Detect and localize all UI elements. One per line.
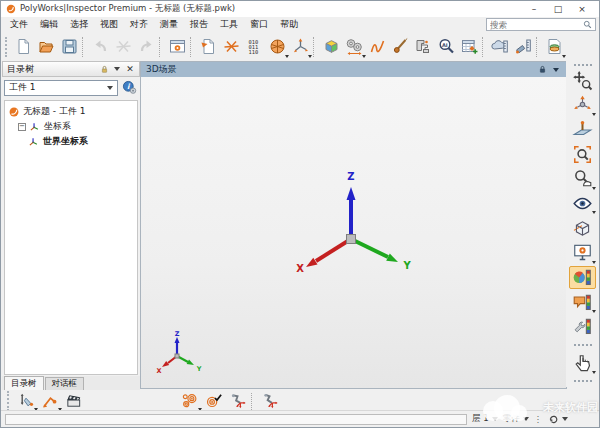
- dropdown-arrow-icon[interactable]: [592, 261, 596, 264]
- dropdown-arrow-icon[interactable]: [592, 310, 596, 313]
- bounding-box-button[interactable]: [320, 34, 343, 59]
- probe-angle-button[interactable]: [38, 391, 62, 412]
- maximize-button[interactable]: □: [546, 2, 570, 17]
- toolbar-drag-handle[interactable]: [7, 391, 12, 411]
- origin-cube: [347, 235, 356, 244]
- close-button[interactable]: ×: [570, 2, 594, 17]
- workspace-options-button[interactable]: [166, 34, 189, 59]
- part-select[interactable]: 零件: [503, 413, 529, 425]
- refresh-button[interactable]: [548, 414, 568, 425]
- tree-row[interactable]: 无标题 - 工件 1: [5, 104, 137, 119]
- tree-row[interactable]: −坐标系: [5, 119, 137, 134]
- menu-1[interactable]: 文件: [4, 17, 34, 32]
- tree-item-label: 无标题 - 工件 1: [23, 105, 86, 118]
- menu-6[interactable]: 测量: [154, 17, 184, 32]
- toolbar-drag-handle[interactable]: [574, 64, 592, 66]
- axis-probe-button[interactable]: [289, 34, 312, 59]
- dropdown-arrow-icon[interactable]: [592, 371, 596, 374]
- target-check-button[interactable]: [202, 391, 226, 412]
- toolbar-drag-handle[interactable]: [5, 37, 10, 57]
- panel-close-icon[interactable]: ✕: [125, 64, 135, 74]
- numeric-readout-icon: 010011110: [245, 37, 264, 56]
- toolbar-separator: [574, 344, 592, 351]
- arm-axes-2-button[interactable]: [258, 391, 282, 412]
- display-options-button[interactable]: [569, 241, 596, 265]
- probe-plane-button[interactable]: [569, 118, 596, 142]
- clipping-cube-icon: [572, 218, 593, 239]
- workpiece-select[interactable]: 工件 1: [4, 80, 118, 96]
- target-gears-button[interactable]: [178, 391, 202, 412]
- info-gear-icon: i: [122, 80, 137, 95]
- pan-zoom-rotate-button[interactable]: [569, 69, 596, 93]
- sequence-clapper-button[interactable]: [62, 391, 86, 412]
- pin-lock-icon[interactable]: [99, 64, 109, 74]
- gauge-discs-button[interactable]: [343, 34, 366, 59]
- probe-pin-icon: [17, 392, 35, 410]
- table-add-button[interactable]: [458, 34, 481, 59]
- menu-8[interactable]: 工具: [214, 17, 244, 32]
- menu-2[interactable]: 编辑: [34, 17, 64, 32]
- open-file-button[interactable]: [35, 34, 58, 59]
- dropdown-arrow-icon[interactable]: [592, 187, 596, 190]
- dropdown-arrow-icon[interactable]: [308, 55, 312, 58]
- curve-comparison-button[interactable]: [366, 34, 389, 59]
- dropdown-arrow-icon[interactable]: [562, 55, 566, 58]
- tree-item-label: 世界坐标系: [43, 135, 88, 148]
- colormap-sphere-button[interactable]: [569, 266, 596, 290]
- zoom-frame-button[interactable]: [569, 142, 596, 166]
- rotate-center-button[interactable]: [569, 93, 596, 117]
- dropdown-arrow-icon[interactable]: [592, 113, 596, 116]
- surface-sphere-button[interactable]: [266, 34, 289, 59]
- colormap-wrench-button[interactable]: [569, 315, 596, 339]
- status-overflow-icon[interactable]: ⋮: [534, 415, 543, 424]
- panel-menu-chevron-down-icon[interactable]: [112, 64, 122, 74]
- scene-menu-chevron-down-icon[interactable]: [551, 65, 561, 75]
- search-box[interactable]: [486, 18, 596, 31]
- visibility-eye-button[interactable]: [569, 192, 596, 216]
- cmm-machine-button[interactable]: [412, 34, 435, 59]
- view-toolbar: [566, 61, 599, 387]
- axis-label-x: X: [156, 367, 161, 375]
- scene-pin-lock-icon[interactable]: [537, 65, 547, 75]
- ai-magnifier-button[interactable]: AI: [435, 34, 458, 59]
- menu-7[interactable]: 报告: [184, 17, 214, 32]
- layer-select[interactable]: 层 1: [472, 413, 498, 425]
- tab-2[interactable]: 对话框: [45, 377, 85, 390]
- minimize-button[interactable]: –: [522, 2, 546, 17]
- arm-axes-button[interactable]: [226, 391, 250, 412]
- tab-1[interactable]: 目录树: [4, 376, 44, 390]
- menu-9[interactable]: 窗口: [244, 17, 274, 32]
- zoom-hand-button[interactable]: [569, 167, 596, 191]
- visibility-eye-icon: [572, 193, 593, 214]
- new-file-button[interactable]: [12, 34, 35, 59]
- menu-10[interactable]: 帮助: [274, 17, 304, 32]
- tree-row[interactable]: 世界坐标系: [5, 134, 137, 149]
- svg-text:AI: AI: [442, 42, 448, 48]
- colormap-wrench-icon: [572, 316, 593, 337]
- menu-5[interactable]: 对齐: [124, 17, 154, 32]
- menu-3[interactable]: 选择: [64, 17, 94, 32]
- spray-gauge-button[interactable]: [512, 34, 535, 59]
- colormap-annotation-button[interactable]: [569, 290, 596, 314]
- tree-view-panel-header: 目录树 ✕: [2, 61, 140, 77]
- numeric-readout-button[interactable]: 010011110: [243, 34, 266, 59]
- search-input[interactable]: [490, 20, 583, 30]
- probe-pin-button[interactable]: [14, 391, 38, 412]
- scene-3d-header[interactable]: 3D场景: [141, 62, 566, 77]
- probe-pen-button[interactable]: [389, 34, 412, 59]
- report-layers-button[interactable]: [543, 34, 566, 59]
- align-star-button[interactable]: [220, 34, 243, 59]
- tree-expander-icon[interactable]: −: [18, 123, 26, 131]
- dropdown-arrow-icon[interactable]: [592, 211, 596, 214]
- save-file-button[interactable]: [58, 34, 81, 59]
- scene-3d-panel: 3D场景 ZXY ZXY: [140, 61, 567, 389]
- clipping-cube-button[interactable]: [569, 216, 596, 240]
- axis-label-z: Z: [175, 330, 180, 338]
- scene-3d-canvas[interactable]: ZXY ZXY: [141, 77, 566, 388]
- cloud-gauge-button[interactable]: [489, 34, 512, 59]
- menu-4[interactable]: 视图: [94, 17, 124, 32]
- import-data-button[interactable]: [197, 34, 220, 59]
- workpiece-info-button[interactable]: i: [121, 79, 138, 96]
- axis-label-z: Z: [347, 171, 354, 182]
- pointer-hand-button[interactable]: [569, 351, 596, 375]
